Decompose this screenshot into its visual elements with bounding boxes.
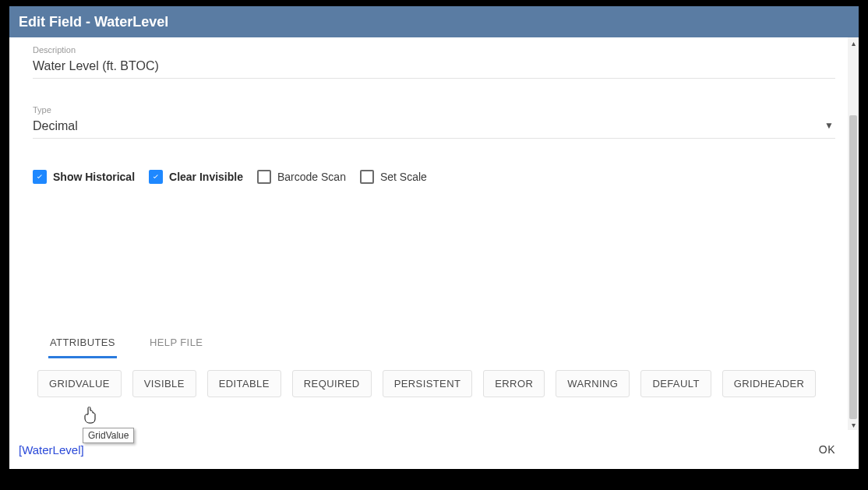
window-title: Edit Field - WaterLevel bbox=[19, 14, 168, 30]
checkbox-icon bbox=[33, 170, 47, 184]
barcode-scan-checkbox[interactable]: Barcode Scan bbox=[257, 170, 346, 184]
type-select[interactable]: ▼ bbox=[33, 116, 835, 139]
scroll-down-icon[interactable]: ▾ bbox=[848, 419, 859, 430]
content-area: Description Type ▼ Show Historical Clear… bbox=[9, 37, 859, 430]
tab-help-file[interactable]: HELP FILE bbox=[148, 329, 204, 358]
checkbox-icon bbox=[360, 170, 374, 184]
chevron-down-icon: ▼ bbox=[824, 120, 835, 134]
checkbox-icon bbox=[149, 170, 163, 184]
attr-visible-button[interactable]: VISIBLE bbox=[132, 370, 196, 397]
description-field: Description bbox=[33, 45, 835, 79]
show-historical-checkbox[interactable]: Show Historical bbox=[33, 170, 135, 184]
type-value[interactable] bbox=[33, 116, 824, 138]
type-field: Type ▼ bbox=[33, 105, 835, 139]
attr-gridheader-button[interactable]: GRIDHEADER bbox=[722, 370, 817, 397]
attribute-buttons: GRIDVALUE VISIBLE EDITABLE REQUIRED PERS… bbox=[33, 359, 835, 397]
attr-warning-button[interactable]: WARNING bbox=[556, 370, 630, 397]
tab-attributes[interactable]: ATTRIBUTES bbox=[48, 329, 117, 358]
scroll-up-icon[interactable]: ▴ bbox=[848, 37, 859, 48]
attr-persistent-button[interactable]: PERSISTENT bbox=[383, 370, 473, 397]
titlebar: Edit Field - WaterLevel bbox=[9, 6, 859, 37]
description-input[interactable] bbox=[33, 56, 835, 79]
checkbox-icon bbox=[257, 170, 271, 184]
set-scale-checkbox[interactable]: Set Scale bbox=[360, 170, 427, 184]
tabs: ATTRIBUTES HELP FILE bbox=[33, 329, 835, 359]
attr-editable-button[interactable]: EDITABLE bbox=[207, 370, 281, 397]
clear-invisible-checkbox[interactable]: Clear Invisible bbox=[149, 170, 243, 184]
show-historical-label: Show Historical bbox=[53, 171, 135, 183]
vertical-scrollbar[interactable]: ▴ ▾ bbox=[848, 37, 859, 430]
edit-field-dialog: Edit Field - WaterLevel Description Type… bbox=[9, 6, 859, 469]
attr-default-button[interactable]: DEFAULT bbox=[640, 370, 711, 397]
clear-invisible-label: Clear Invisible bbox=[169, 171, 243, 183]
attr-gridvalue-button[interactable]: GRIDVALUE bbox=[37, 370, 122, 397]
attr-error-button[interactable]: ERROR bbox=[483, 370, 545, 397]
barcode-scan-label: Barcode Scan bbox=[277, 171, 346, 183]
attr-required-button[interactable]: REQUIRED bbox=[292, 370, 372, 397]
set-scale-label: Set Scale bbox=[380, 171, 427, 183]
type-label: Type bbox=[33, 105, 835, 115]
scroll-thumb[interactable] bbox=[849, 115, 857, 419]
form-body: Description Type ▼ Show Historical Clear… bbox=[9, 37, 859, 397]
options-row: Show Historical Clear Invisible Barcode … bbox=[33, 170, 835, 184]
description-label: Description bbox=[33, 45, 835, 55]
footer: [WaterLevel] OK bbox=[9, 430, 859, 469]
field-reference-link[interactable]: [WaterLevel] bbox=[19, 443, 84, 457]
ok-button[interactable]: OK bbox=[819, 443, 835, 456]
